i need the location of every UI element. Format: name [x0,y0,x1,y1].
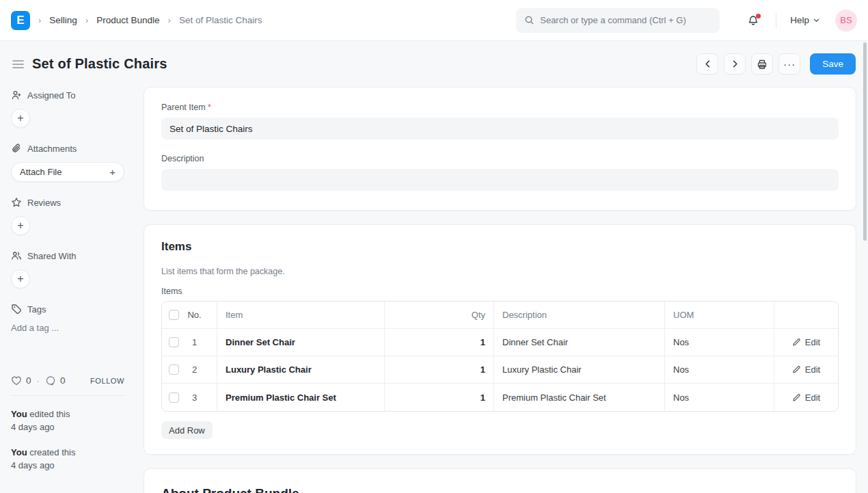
ellipsis-icon: ··· [783,58,796,70]
page-title: Set of Plastic Chairs [32,56,167,72]
top-navbar: E › Selling › Product Bundle › Set of Pl… [0,0,868,41]
breadcrumb-product-bundle[interactable]: Product Bundle [96,15,159,25]
attach-file-button[interactable]: Attach File + [11,162,124,182]
table-header-item: Item [217,302,385,329]
add-share-button[interactable]: + [11,269,30,289]
table-row-2-item[interactable]: Luxury Plastic Chair [217,356,385,384]
table-row-1-qty[interactable]: 1 [385,329,494,356]
tag-icon [11,304,22,315]
breadcrumb-chevron-icon: › [165,15,174,25]
assigned-to-label: Assigned To [27,90,76,101]
search-icon [524,15,534,25]
edit-row-button[interactable]: Edit [792,392,820,403]
parent-item-label: Parent Item * [161,103,839,112]
row-checkbox[interactable] [169,364,179,375]
help-menu[interactable]: Help [790,15,820,25]
table-row-3-edit: Edit [774,384,838,411]
comment-icon[interactable] [45,375,56,386]
table-row-3-qty[interactable]: 1 [385,384,494,411]
items-grid-label: Items [161,287,839,296]
items-section-subtitle: List items that form the package. [161,267,839,276]
attachments-label: Attachments [27,144,77,154]
tags-label: Tags [27,304,46,315]
vertical-scrollbar[interactable] [863,42,867,241]
shared-with-section: Shared With + [11,250,133,289]
activity-actor: You [11,409,27,419]
select-all-checkbox[interactable] [169,310,179,320]
notification-dot [756,14,761,18]
plus-icon: + [17,219,23,232]
table-row-3-no: 3 [162,384,217,411]
prev-document-button[interactable] [696,53,718,75]
attach-file-label: Attach File [20,167,62,177]
table-header-edit [774,302,838,329]
user-avatar[interactable]: BS [835,10,857,31]
activity-action: edited this [29,409,70,419]
row-checkbox[interactable] [169,392,179,403]
avatar-initials: BS [840,15,852,25]
activity-entry: You created this 4 days ago [11,447,133,472]
description-field: Description [161,154,839,191]
description-input[interactable] [161,169,839,191]
table-row-3-item[interactable]: Premium Plastic Chair Set [217,384,385,411]
notifications-button[interactable] [744,12,762,29]
details-card: Parent Item * Set of Plastic Chairs Desc… [144,87,856,211]
chevron-right-icon [731,59,740,68]
table-header-description: Description [494,302,665,329]
plus-icon: + [109,166,116,178]
items-section-title: Items [161,240,839,254]
header-actions: ··· Save [696,53,857,75]
users-icon [11,250,22,261]
table-row-3-description[interactable]: Premium Plastic Chair Set [494,384,665,411]
edit-row-button[interactable]: Edit [792,364,820,375]
form-sidebar: Assigned To + Attachments Attach File + [0,87,144,484]
comment-count: 0 [60,375,66,386]
add-assignment-button[interactable]: + [11,109,30,128]
breadcrumb-chevron-icon: › [83,15,91,25]
table-row-2-no: 2 [162,356,217,384]
table-row-3-uom[interactable]: Nos [665,384,774,411]
pencil-icon [792,338,801,347]
activity-entry: You edited this 4 days ago [11,408,133,434]
global-search-input[interactable]: Search or type a command (Ctrl + G) [516,8,720,33]
table-header-qty: Qty [385,302,494,329]
table-row-2-description[interactable]: Luxury Plastic Chair [494,356,665,384]
edit-row-button[interactable]: Edit [792,337,820,347]
add-tag-input[interactable]: Add a tag ... [11,323,133,333]
add-row-button[interactable]: Add Row [161,421,213,439]
help-label: Help [790,15,809,25]
navbar-divider [776,13,776,28]
plus-icon: + [17,273,23,285]
table-row-1-description[interactable]: Dinner Set Chair [494,329,665,356]
pencil-icon [792,393,801,402]
next-document-button[interactable] [724,53,746,75]
dot-separator: · [36,375,42,386]
print-button[interactable] [751,53,773,75]
heart-icon[interactable] [11,375,22,386]
tags-section: Tags Add a tag ... [11,304,133,333]
more-actions-button[interactable]: ··· [778,53,800,75]
breadcrumb-selling[interactable]: Selling [49,15,77,25]
table-row-1-item[interactable]: Dinner Set Chair [217,329,385,356]
table-row-2-qty[interactable]: 1 [385,356,494,384]
breadcrumb-chevron-icon: › [36,15,44,25]
table-row-1-uom[interactable]: Nos [665,329,774,356]
follow-button[interactable]: FOLLOW [90,377,124,385]
table-row-2-uom[interactable]: Nos [665,356,774,384]
table-header-uom: UOM [665,302,774,329]
save-button[interactable]: Save [810,53,856,75]
parent-item-input[interactable]: Set of Plastic Chairs [161,118,839,139]
about-card: About Product Bundle [144,468,856,493]
table-row-1-no: 1 [162,329,217,356]
sidebar-toggle-icon[interactable] [11,58,25,70]
sidebar-divider [11,395,124,396]
assign-user-icon [11,90,22,101]
table-row-2-edit: Edit [774,356,838,384]
table-header-no: No. [162,302,217,329]
star-icon [11,197,22,208]
printer-icon [757,59,768,70]
row-checkbox[interactable] [169,337,179,347]
app-logo[interactable]: E [11,11,30,30]
add-review-button[interactable]: + [11,216,30,235]
chevron-left-icon [703,59,712,68]
